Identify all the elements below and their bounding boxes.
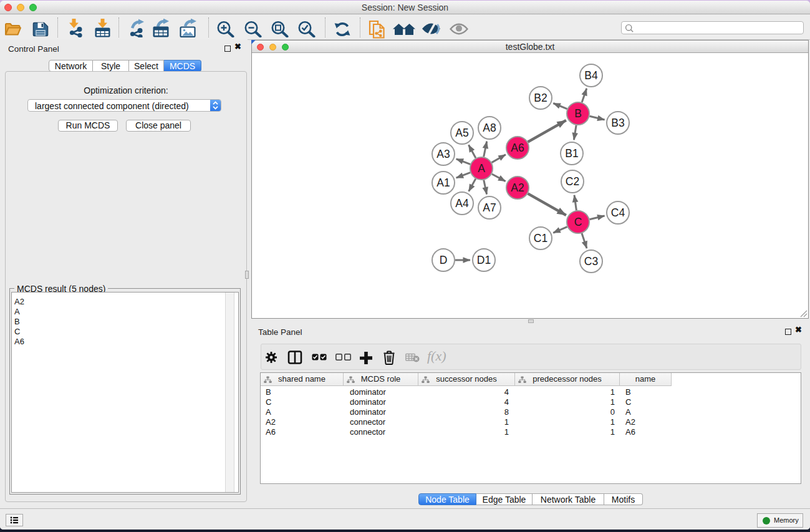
svg-text:A2: A2: [511, 181, 524, 194]
svg-text:D1: D1: [477, 254, 491, 266]
svg-text:A6: A6: [511, 142, 524, 154]
svg-text:A8: A8: [483, 122, 496, 134]
svg-text:C4: C4: [611, 206, 625, 219]
svg-text:C: C: [574, 216, 582, 228]
svg-text:C3: C3: [584, 255, 598, 268]
svg-text:A4: A4: [455, 197, 469, 210]
svg-text:B4: B4: [584, 69, 598, 82]
svg-text:C2: C2: [566, 175, 579, 188]
svg-text:A7: A7: [483, 201, 496, 214]
svg-text:B1: B1: [565, 147, 578, 160]
svg-text:A3: A3: [436, 148, 450, 160]
svg-text:A5: A5: [455, 127, 468, 139]
svg-text:D: D: [440, 254, 448, 266]
svg-text:B2: B2: [534, 92, 547, 104]
svg-text:A1: A1: [436, 177, 450, 189]
svg-text:C1: C1: [534, 232, 547, 244]
svg-text:A: A: [478, 162, 485, 175]
svg-text:B3: B3: [611, 117, 624, 129]
svg-text:B: B: [574, 107, 582, 120]
